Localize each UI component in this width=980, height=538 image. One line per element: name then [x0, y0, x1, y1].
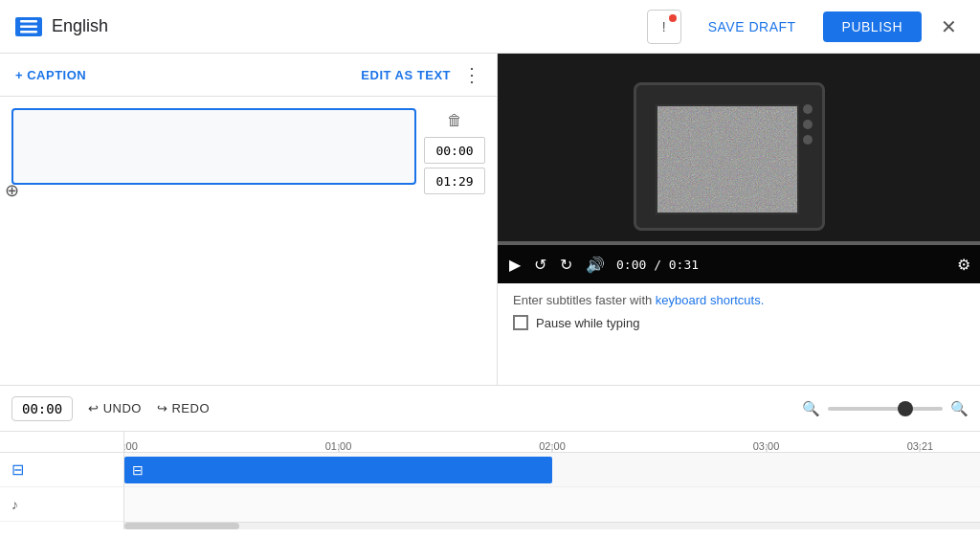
timeline-tracks: ⊟ ♪ 00:00 01:00 02:00 03:00 03:21	[0, 432, 980, 529]
add-row-button[interactable]: ⊕	[0, 179, 23, 202]
notification-dot	[669, 14, 677, 22]
subtitle-track-label: ⊟	[0, 453, 123, 487]
delete-caption-button[interactable]: 🗑	[424, 108, 485, 133]
video-info: Enter subtitles faster with keyboard sho…	[498, 283, 980, 340]
ruler-spacer	[0, 432, 123, 453]
header-actions: ! SAVE DRAFT PUBLISH ✕	[647, 10, 965, 44]
pause-while-typing-label: Pause while typing	[536, 316, 639, 330]
video-controls-bar: ▶ ↺ ↻ 🔊 0:00 / 0:31 ⚙	[498, 245, 980, 283]
keyboard-shortcuts-text: Enter subtitles faster with keyboard sho…	[513, 293, 965, 307]
pause-while-typing-checkbox[interactable]	[513, 315, 528, 330]
caption-input[interactable]	[11, 108, 416, 185]
scrollbar-thumb[interactable]	[124, 523, 239, 529]
zoom-out-icon: 🔍	[802, 400, 820, 416]
page-title: English	[52, 16, 108, 36]
undo-button[interactable]: ↩ UNDO	[88, 401, 142, 415]
shortcuts-intro: Enter subtitles faster with	[513, 293, 652, 307]
ruler-line-0	[124, 444, 125, 452]
forward-button[interactable]: ↻	[558, 254, 574, 276]
svg-rect-0	[20, 20, 37, 23]
ruler-line-2	[552, 444, 553, 452]
rewind-button[interactable]: ↺	[532, 254, 548, 276]
tv-body	[634, 82, 825, 231]
svg-rect-1	[20, 25, 37, 28]
ruler-line-4	[920, 444, 921, 452]
add-caption-button[interactable]: + CAPTION	[15, 68, 86, 82]
keyboard-shortcuts-link[interactable]: keyboard shortcuts.	[656, 293, 764, 307]
tv-controls	[803, 104, 814, 200]
toolbar-right: EDIT AS TEXT ⋮	[361, 63, 481, 86]
svg-rect-2	[20, 31, 37, 34]
tv-knob-2	[803, 120, 813, 129]
header: English ! SAVE DRAFT PUBLISH ✕	[0, 0, 980, 54]
play-button[interactable]: ▶	[507, 254, 523, 276]
play-icon: ▶	[509, 256, 521, 274]
right-panel: ▶ ↺ ↻ 🔊 0:00 / 0:31 ⚙ Enter subtitles	[498, 54, 980, 385]
track-labels: ⊟ ♪	[0, 432, 124, 529]
more-options-button[interactable]: ⋮	[462, 63, 481, 86]
subtitles-icon: ⊟	[11, 460, 24, 479]
music-track[interactable]	[124, 487, 980, 522]
close-button[interactable]: ✕	[933, 11, 965, 42]
edit-as-text-button[interactable]: EDIT AS TEXT	[361, 68, 451, 82]
redo-icon: ↪	[157, 401, 168, 415]
settings-button[interactable]: ⚙	[957, 256, 970, 274]
timeline-section: 00:00 ↩ UNDO ↪ REDO 🔍 🔍 ⊟ ♪	[0, 385, 980, 538]
notification-icon: !	[662, 19, 666, 34]
current-time-badge: 00:00	[11, 396, 73, 421]
caption-area: 🗑 00:00 01:29 ⊕	[0, 97, 497, 206]
settings-icon: ⚙	[957, 257, 970, 273]
forward-icon: ↻	[560, 256, 572, 274]
zoom-out-button[interactable]: 🔍	[802, 400, 820, 417]
redo-label: REDO	[171, 401, 210, 415]
caption-controls: 🗑 00:00 01:29	[424, 108, 485, 194]
music-note-icon: ♪	[11, 497, 18, 512]
zoom-in-icon: 🔍	[950, 400, 969, 416]
main-content: + CAPTION EDIT AS TEXT ⋮ 🗑 00:00 01:29 ⊕	[0, 54, 980, 385]
header-logo: English	[15, 16, 647, 36]
zoom-in-button[interactable]: 🔍	[950, 400, 969, 417]
timeline-ruler: 00:00 01:00 02:00 03:00 03:21	[124, 432, 980, 453]
rewind-icon: ↺	[534, 256, 546, 274]
subtitle-track[interactable]: ⊟	[124, 453, 980, 487]
caption-start-time[interactable]: 00:00	[424, 137, 485, 164]
ruler-mark-0: 00:00	[124, 440, 138, 452]
tv-screen	[656, 104, 799, 214]
time-display: 0:00 / 0:31	[616, 258, 947, 272]
undo-icon: ↩	[88, 401, 100, 415]
zoom-slider[interactable]	[828, 407, 943, 411]
undo-label: UNDO	[103, 401, 142, 415]
timeline-scrollbar[interactable]	[124, 522, 980, 529]
volume-icon: 🔊	[586, 256, 605, 274]
ruler-line-1	[338, 444, 339, 452]
music-track-label: ♪	[0, 487, 123, 522]
redo-button[interactable]: ↪ REDO	[157, 401, 210, 415]
video-player: ▶ ↺ ↻ 🔊 0:00 / 0:31 ⚙	[498, 54, 980, 283]
tracks-content: ⊟	[124, 453, 980, 522]
volume-button[interactable]: 🔊	[584, 254, 607, 276]
timeline-toolbar: 00:00 ↩ UNDO ↪ REDO 🔍 🔍	[0, 386, 980, 432]
subtitle-block-icon: ⊟	[132, 462, 144, 478]
tv-knob-3	[803, 135, 813, 145]
zoom-controls: 🔍 🔍	[802, 400, 969, 417]
timeline-area[interactable]: 00:00 01:00 02:00 03:00 03:21 ⊟	[124, 432, 980, 529]
notification-button[interactable]: !	[647, 10, 681, 44]
pause-while-typing-row: Pause while typing	[513, 315, 965, 330]
caption-end-time[interactable]: 01:29	[424, 168, 485, 194]
logo-icon	[15, 17, 42, 36]
save-draft-button[interactable]: SAVE DRAFT	[693, 11, 812, 42]
caption-toolbar: + CAPTION EDIT AS TEXT ⋮	[0, 54, 497, 97]
left-panel: + CAPTION EDIT AS TEXT ⋮ 🗑 00:00 01:29 ⊕	[0, 54, 498, 385]
tv-image	[634, 82, 844, 255]
ruler-line-3	[766, 444, 767, 452]
subtitle-block[interactable]: ⊟	[124, 457, 552, 483]
publish-button[interactable]: PUBLISH	[823, 11, 922, 42]
tv-knob-1	[803, 104, 813, 114]
